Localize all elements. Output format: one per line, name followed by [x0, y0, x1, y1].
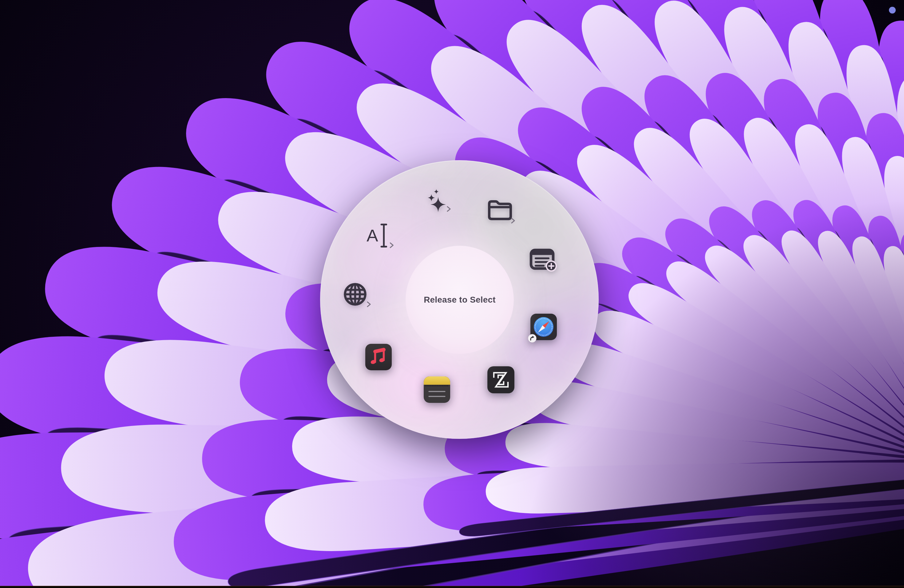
letter-a-glyph: A — [367, 227, 378, 244]
release-to-select-label: Release to Select — [424, 295, 496, 305]
chevron-right-icon — [389, 242, 395, 249]
menu-item-ai-sparkles[interactable] — [421, 184, 453, 216]
screen-bottom-edge — [0, 586, 904, 588]
menu-item-music[interactable] — [362, 341, 395, 373]
text-cursor-icon — [379, 223, 389, 248]
radial-menu-circle: A Release to Select — [320, 160, 599, 439]
menu-item-zed[interactable] — [485, 364, 517, 396]
chevron-right-icon — [366, 301, 372, 308]
chevron-right-icon — [446, 206, 452, 212]
menu-item-folder[interactable] — [484, 194, 516, 226]
zed-app-icon — [485, 364, 517, 396]
menu-item-text-input[interactable]: A — [367, 223, 388, 248]
note-plus-icon — [527, 243, 559, 275]
menu-item-notes[interactable] — [421, 374, 453, 406]
safari-app-icon — [528, 311, 559, 343]
pointer-dot — [889, 7, 896, 14]
menu-item-safari[interactable] — [528, 311, 559, 343]
music-app-icon — [362, 341, 395, 373]
release-target[interactable]: Release to Select — [406, 246, 514, 354]
desktop: A Release to Select — [0, 0, 904, 588]
shortcut-arrow-badge — [528, 334, 537, 343]
menu-item-web[interactable] — [339, 278, 371, 310]
notes-app-icon — [421, 374, 453, 406]
chevron-right-icon — [510, 217, 516, 224]
menu-item-new-note[interactable] — [527, 243, 559, 275]
